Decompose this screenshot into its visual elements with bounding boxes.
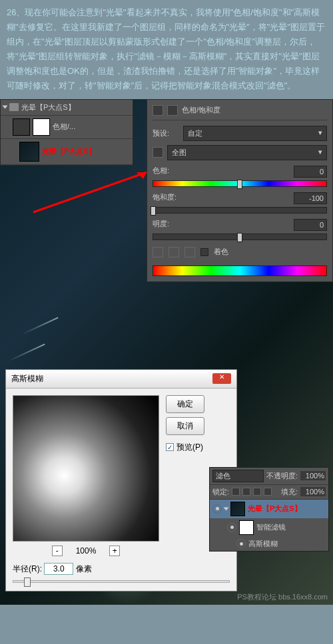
eyedropper-sub-icon[interactable] [184,247,195,257]
eyedropper-icon[interactable] [153,247,163,257]
visibility-icon[interactable] [227,523,236,532]
lock-trans-icon[interactable] [232,488,240,496]
fill-value[interactable]: 100% [300,487,326,496]
radius-slider[interactable] [13,580,230,583]
light-slider[interactable] [153,234,327,240]
chevron-down-icon: ▾ [318,148,322,158]
dialog-title: 高斯模糊 [11,373,43,385]
mask-thumb [239,520,254,535]
panel-title: 色相/饱和度 [182,105,220,115]
disclosure-icon[interactable] [3,106,8,109]
slider-thumb[interactable] [24,577,31,587]
folder-icon [9,103,19,111]
layer-label: 光晕【P大点S】 [42,146,96,156]
adj-icon [167,105,178,116]
hue-saturation-panel: 色相/饱和度 预设: 自定▾ 全图▾ 色相:0 饱和度:-100 明度:0 着色 [147,99,333,282]
zoom-in-button[interactable]: + [109,546,120,556]
layer-thumb [19,142,39,162]
cancel-button[interactable]: 取消 [166,417,204,435]
visibility-icon[interactable] [212,504,222,514]
slider-thumb[interactable] [237,233,242,242]
eyedropper-add-icon[interactable] [168,247,179,257]
radius-unit: 像素 [76,564,92,573]
ok-button[interactable]: 确定 [166,395,204,413]
layer-group-row[interactable]: 光晕【P大点S】 [1,100,133,116]
layers-panel-bottom: 滤色 不透明度: 100% 锁定: 填充: 100% 光晕【P大点S】 智能滤镜… [209,467,329,552]
preset-select[interactable]: 自定▾ [183,126,327,141]
lock-pixel-icon[interactable] [242,488,250,496]
sat-value[interactable]: -100 [294,192,327,204]
filter-item-row[interactable]: 高斯模糊 [210,537,328,551]
light-value[interactable]: 0 [294,219,327,231]
gaussian-blur-dialog: 高斯模糊 ✕ - 100% + 确定 取消 ✓ 预览(P) [5,369,237,591]
hue-slider[interactable] [153,180,327,187]
sat-slider[interactable] [153,207,327,214]
chevron-down-icon: ▾ [318,128,322,138]
smart-object-row[interactable]: 光晕【P大点S】 [210,500,328,518]
dialog-titlebar[interactable]: 高斯模糊 ✕ [6,370,236,389]
opacity-value[interactable]: 100% [300,471,326,480]
hand-icon[interactable] [153,147,163,158]
opacity-label: 不透明度: [266,471,298,481]
layer-name: 光晕【P大点S】 [248,504,302,514]
visibility-icon[interactable] [236,539,246,548]
preset-label: 预设: [153,128,179,138]
lock-label: 锁定: [212,487,229,497]
preview-checkbox[interactable]: ✓ [166,443,174,451]
lock-all-icon[interactable] [264,488,272,496]
fill-label: 填充: [281,487,298,497]
filter-label: 智能滤镜 [256,522,286,532]
radius-input[interactable]: 3.0 [44,563,73,575]
adj-label: 色相/... [53,122,75,132]
spectrum-bar [153,265,327,276]
slider-thumb[interactable] [151,206,156,216]
adj-thumb [13,118,30,136]
adjustment-layer-row[interactable]: 色相/... [1,116,133,139]
save-icon[interactable] [153,105,163,116]
disclosure-icon[interactable] [224,507,229,510]
sat-label: 饱和度: [153,192,176,204]
colorize-label: 着色 [214,247,228,257]
colorize-checkbox[interactable] [200,248,208,256]
smart-filters-row[interactable]: 智能滤镜 [210,518,328,537]
composite-area: 光晕【P大点S】 色相/... 光晕【P大点S】 色相/饱和度 预设: 自定▾ [0,99,333,605]
watermark: PS教程论坛 bbs.16xx8.com [237,592,328,602]
tutorial-text: 26、现在你可能会注意到"光晕"看起来并不真实，我将使用"色相/饱和度"和"高斯… [0,0,333,99]
layer-thumb [230,502,245,516]
layers-panel-top: 光晕【P大点S】 色相/... 光晕【P大点S】 [0,99,133,166]
group-label: 光晕【P大点S】 [21,102,75,112]
layer-row[interactable]: 光晕【P大点S】 [1,139,133,165]
light-label: 明度: [153,219,169,231]
range-select[interactable]: 全图▾ [167,145,327,160]
filter-name: 高斯模糊 [248,539,278,549]
lock-pos-icon[interactable] [253,488,261,496]
slider-thumb[interactable] [237,180,242,189]
close-button[interactable]: ✕ [212,373,231,384]
preview-image[interactable] [13,395,159,542]
blend-mode-select[interactable]: 滤色 [212,470,264,482]
zoom-out-button[interactable]: - [52,546,63,556]
zoom-value: 100% [76,546,97,556]
preview-label: 预览(P) [176,442,203,453]
hue-value[interactable]: 0 [294,166,327,178]
radius-label: 半径(R): [13,564,42,573]
hue-label: 色相: [153,166,169,178]
mask-thumb [33,118,50,136]
